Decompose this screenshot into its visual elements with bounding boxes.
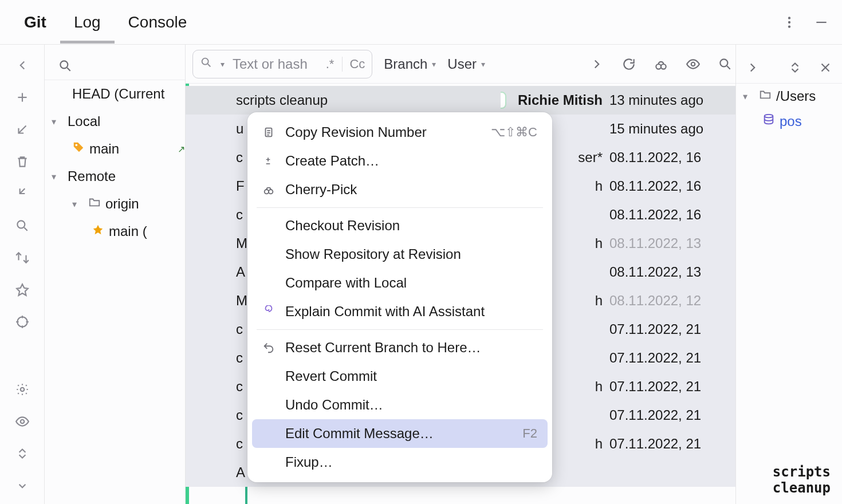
svg-line-17 [67,68,70,70]
incoming-icon[interactable] [12,119,33,140]
menu-compare-local[interactable]: Compare with Local [252,269,548,297]
menu-fixup[interactable]: Fixup… [252,448,548,477]
menu-revert[interactable]: Revert Commit [252,362,548,391]
svg-point-0 [788,17,790,19]
database-icon [762,113,775,129]
expand-icon[interactable] [12,443,33,464]
menu-checkout-revision[interactable]: Checkout Revision [252,211,548,240]
svg-point-53 [265,190,269,194]
target-icon[interactable] [12,312,33,332]
svg-point-14 [20,388,24,392]
folder-icon [759,88,772,104]
collapse-down-icon[interactable] [12,475,33,496]
search-placeholder: Text or hash [233,56,308,72]
chevron-right-icon[interactable] [587,54,607,74]
svg-point-9 [17,317,27,326]
regex-toggle[interactable]: .* [326,57,335,72]
file-tree-root[interactable]: ▾ /Users [736,84,842,109]
origin-group[interactable]: ▾origin [45,190,185,218]
local-main-branch[interactable]: main ↗ [45,135,185,163]
folder-icon [88,196,101,212]
changed-file[interactable]: pos [736,109,842,134]
menu-copy-revision[interactable]: Copy Revision Number ⌥⇧⌘C [252,118,548,147]
svg-point-54 [269,190,273,194]
commit-row[interactable]: scripts cleanupmainRichie Mitish13 minut… [186,86,735,115]
commit-search-input[interactable]: ▾ Text or hash .* Cc [192,50,372,78]
svg-marker-8 [17,284,28,296]
compare-icon[interactable] [12,247,33,268]
menu-reset-branch[interactable]: Reset Current Branch to Here… [252,333,548,362]
tab-console[interactable]: Console [115,2,201,43]
star-outline-icon[interactable] [12,279,33,300]
eye-icon[interactable] [683,54,703,74]
merge-icon[interactable] [12,183,33,204]
cherry-pick-icon[interactable] [651,54,671,74]
plus-icon[interactable] [12,87,33,108]
remote-group[interactable]: ▾Remote [45,163,185,190]
svg-point-1 [788,21,790,23]
svg-point-18 [76,144,78,147]
diff-icon [262,155,277,167]
svg-point-24 [691,62,695,66]
more-icon[interactable] [779,12,800,33]
svg-point-22 [656,64,661,69]
svg-point-15 [20,420,24,424]
expand-icon[interactable] [786,57,804,78]
side-search-icon[interactable] [55,56,76,76]
gear-icon[interactable] [12,379,33,400]
refresh-icon[interactable] [619,54,639,74]
head-branch[interactable]: HEAD (Current [45,80,185,108]
tab-git[interactable]: Git [10,2,60,43]
menu-create-patch[interactable]: Create Patch… [252,147,548,175]
local-group[interactable]: ▾Local [45,108,185,135]
search-icon [200,56,213,72]
case-toggle[interactable]: Cc [342,57,365,72]
checkout-icon: ↗ [178,144,185,155]
eye-icon[interactable] [12,411,33,432]
chevron-left-icon[interactable] [12,55,33,76]
svg-point-2 [788,25,790,27]
origin-main-branch[interactable]: main ( [45,218,185,245]
star-icon [92,223,104,239]
svg-point-23 [661,64,666,69]
cherry-icon [262,183,277,196]
svg-line-21 [208,64,211,66]
undo-icon [262,341,277,354]
commit-context-menu: Copy Revision Number ⌥⇧⌘C Create Patch… … [247,112,552,482]
branch-filter[interactable]: Branch▾ [384,56,436,72]
svg-point-20 [202,58,208,64]
spiral-icon [262,305,277,318]
svg-point-6 [17,220,25,228]
clipboard-icon [262,126,277,139]
tag-icon [72,141,85,157]
chevron-down-icon: ▾ [221,60,225,69]
svg-point-25 [720,59,727,66]
menu-show-repo[interactable]: Show Repository at Revision [252,240,548,269]
svg-marker-19 [93,225,103,235]
svg-point-45 [765,115,773,118]
svg-line-7 [24,227,27,230]
search-icon[interactable] [12,215,33,236]
menu-explain-ai[interactable]: Explain Commit with AI Assistant [252,297,548,326]
find-icon[interactable] [715,54,735,74]
close-icon[interactable] [817,57,834,78]
tab-log[interactable]: Log [60,2,115,43]
chevron-right-icon[interactable] [744,57,761,78]
svg-point-16 [60,61,68,68]
menu-edit-commit-message[interactable]: Edit Commit Message… F2 [252,419,548,448]
menu-undo-commit[interactable]: Undo Commit… [252,391,548,419]
user-filter[interactable]: User▾ [447,56,485,72]
menu-cherry-pick[interactable]: Cherry-Pick [252,175,548,204]
commit-message-preview: scripts cleanup [773,464,831,496]
minimize-icon[interactable] [811,12,832,33]
trash-icon[interactable] [12,151,33,172]
svg-line-26 [727,66,730,69]
branch-badge: main [501,92,506,109]
